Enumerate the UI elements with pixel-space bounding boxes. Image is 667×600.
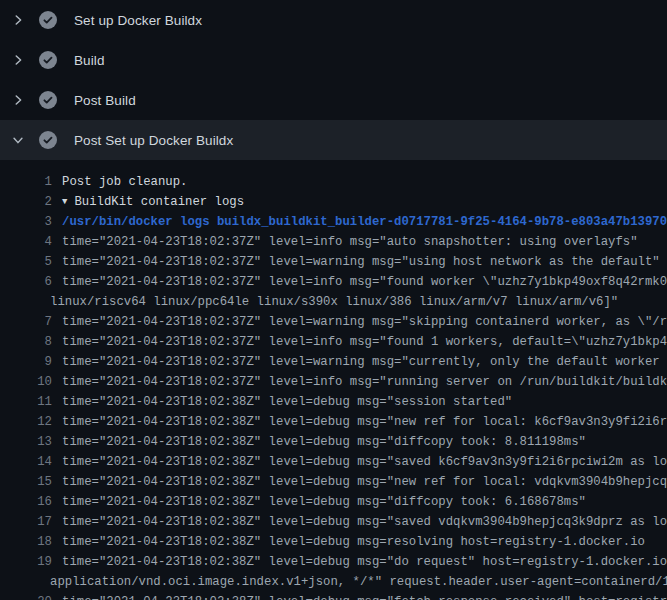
log-line: 4time="2021-04-23T18:02:37Z" level=info … [0, 232, 667, 252]
log-text: ▼BuildKit container logs [62, 195, 244, 209]
log-text: time="2021-04-23T18:02:38Z" level=debug … [62, 395, 512, 409]
log-line: 15time="2021-04-23T18:02:38Z" level=debu… [0, 472, 667, 492]
chevron-right-icon[interactable] [10, 12, 26, 28]
log-line: 1Post job cleanup. [0, 172, 667, 192]
log-text: time="2021-04-23T18:02:38Z" level=debug … [62, 415, 667, 429]
log-line: 16time="2021-04-23T18:02:38Z" level=debu… [0, 492, 667, 512]
log-text-content: time="2021-04-23T18:02:37Z" level=info m… [62, 335, 667, 349]
log-line: 2▼BuildKit container logs [0, 192, 667, 212]
log-line: 19time="2021-04-23T18:02:38Z" level=debu… [0, 552, 667, 572]
chevron-down-icon[interactable] [10, 132, 26, 148]
log-text: time="2021-04-23T18:02:37Z" level=warnin… [62, 355, 667, 369]
log-text: application/vnd.oci.image.index.v1+json,… [50, 575, 667, 589]
line-number[interactable]: 11 [0, 392, 52, 412]
line-number[interactable]: 4 [0, 232, 52, 252]
check-circle-icon [39, 91, 57, 109]
log-text-content: time="2021-04-23T18:02:37Z" level=warnin… [62, 355, 667, 369]
step-label: Post Build [74, 93, 136, 108]
log-text: time="2021-04-23T18:02:38Z" level=debug … [62, 495, 586, 509]
log-text-content: time="2021-04-23T18:02:38Z" level=debug … [62, 415, 667, 429]
chevron-right-icon[interactable] [10, 92, 26, 108]
line-number[interactable]: 16 [0, 492, 52, 512]
log-line: 8time="2021-04-23T18:02:37Z" level=info … [0, 332, 667, 352]
log-text-content: linux/riscv64 linux/ppc64le linux/s390x … [50, 295, 618, 309]
line-number[interactable]: 18 [0, 532, 52, 552]
log-line-continuation: linux/riscv64 linux/ppc64le linux/s390x … [0, 292, 667, 312]
log-line: 20time="2021-04-23T18:02:38Z" level=debu… [0, 592, 667, 600]
log-line: 6time="2021-04-23T18:02:37Z" level=info … [0, 272, 667, 292]
step-label: Post Set up Docker Buildx [74, 133, 233, 148]
step-label: Build [74, 53, 105, 68]
line-number[interactable]: 5 [0, 252, 52, 272]
check-circle-icon [39, 131, 57, 149]
log-view: 1Post job cleanup.2▼BuildKit container l… [0, 160, 667, 600]
log-group-collapse-icon[interactable]: ▼ [62, 192, 67, 212]
log-line: 7time="2021-04-23T18:02:37Z" level=warni… [0, 312, 667, 332]
line-number[interactable]: 7 [0, 312, 52, 332]
log-text-content: BuildKit container logs [74, 195, 244, 209]
step-row[interactable]: Post Build [0, 80, 667, 120]
log-text-content: time="2021-04-23T18:02:38Z" level=debug … [62, 495, 586, 509]
log-text-content: Post job cleanup. [62, 175, 187, 189]
log-text: time="2021-04-23T18:02:38Z" level=debug … [62, 455, 667, 469]
line-number[interactable]: 14 [0, 452, 52, 472]
log-text: time="2021-04-23T18:02:37Z" level=info m… [62, 275, 667, 289]
log-text-content: time="2021-04-23T18:02:37Z" level=warnin… [62, 255, 660, 269]
line-number[interactable]: 13 [0, 432, 52, 452]
step-label: Set up Docker Buildx [74, 13, 202, 28]
log-text-content: time="2021-04-23T18:02:38Z" level=debug … [62, 455, 667, 469]
log-text-content: time="2021-04-23T18:02:38Z" level=debug … [62, 475, 667, 489]
log-text: time="2021-04-23T18:02:38Z" level=debug … [62, 475, 667, 489]
actions-log-viewer: Set up Docker BuildxBuildPost BuildPost … [0, 0, 667, 600]
log-text: time="2021-04-23T18:02:38Z" level=debug … [62, 435, 586, 449]
log-text: linux/riscv64 linux/ppc64le linux/s390x … [50, 295, 618, 309]
line-number[interactable]: 9 [0, 352, 52, 372]
check-circle-icon [39, 11, 57, 29]
log-text-content: time="2021-04-23T18:02:37Z" level=info m… [62, 235, 638, 249]
log-text-content: time="2021-04-23T18:02:37Z" level=info m… [62, 275, 667, 289]
log-text: time="2021-04-23T18:02:37Z" level=info m… [62, 335, 667, 349]
line-number[interactable]: 20 [0, 592, 52, 600]
log-text-content: application/vnd.oci.image.index.v1+json,… [50, 575, 667, 589]
line-number[interactable]: 17 [0, 512, 52, 532]
check-circle-icon [39, 51, 57, 69]
log-line: 18time="2021-04-23T18:02:38Z" level=debu… [0, 532, 667, 552]
log-line: 13time="2021-04-23T18:02:38Z" level=debu… [0, 432, 667, 452]
log-text: Post job cleanup. [62, 175, 187, 189]
log-line: 9time="2021-04-23T18:02:37Z" level=warni… [0, 352, 667, 372]
line-number[interactable]: 10 [0, 372, 52, 392]
log-text-content: time="2021-04-23T18:02:38Z" level=debug … [62, 595, 667, 600]
log-text-content: time="2021-04-23T18:02:38Z" level=debug … [62, 435, 586, 449]
log-line: 3/usr/bin/docker logs buildx_buildkit_bu… [0, 212, 667, 232]
log-line: 17time="2021-04-23T18:02:38Z" level=debu… [0, 512, 667, 532]
log-text: /usr/bin/docker logs buildx_buildkit_bui… [62, 215, 667, 229]
line-number[interactable]: 2 [0, 192, 52, 212]
log-line: 12time="2021-04-23T18:02:38Z" level=debu… [0, 412, 667, 432]
log-text-content: time="2021-04-23T18:02:38Z" level=debug … [62, 515, 667, 529]
line-number[interactable]: 8 [0, 332, 52, 352]
log-text: time="2021-04-23T18:02:37Z" level=warnin… [62, 255, 660, 269]
line-number[interactable]: 6 [0, 272, 52, 292]
log-text-content: time="2021-04-23T18:02:38Z" level=debug … [62, 535, 645, 549]
log-text-content: time="2021-04-23T18:02:37Z" level=warnin… [62, 315, 667, 329]
log-line: 11time="2021-04-23T18:02:38Z" level=debu… [0, 392, 667, 412]
line-number[interactable]: 1 [0, 172, 52, 192]
step-list: Set up Docker BuildxBuildPost BuildPost … [0, 0, 667, 160]
log-text-content: time="2021-04-23T18:02:38Z" level=debug … [62, 555, 667, 569]
step-row[interactable]: Post Set up Docker Buildx [0, 120, 667, 160]
chevron-right-icon[interactable] [10, 52, 26, 68]
log-text: time="2021-04-23T18:02:38Z" level=debug … [62, 535, 645, 549]
step-row[interactable]: Build [0, 40, 667, 80]
line-number[interactable]: 12 [0, 412, 52, 432]
line-number[interactable]: 15 [0, 472, 52, 492]
line-number[interactable]: 19 [0, 552, 52, 572]
log-text: time="2021-04-23T18:02:38Z" level=debug … [62, 595, 667, 600]
log-line: 14time="2021-04-23T18:02:38Z" level=debu… [0, 452, 667, 472]
log-line: 10time="2021-04-23T18:02:37Z" level=info… [0, 372, 667, 392]
log-line-continuation: application/vnd.oci.image.index.v1+json,… [0, 572, 667, 592]
log-line: 5time="2021-04-23T18:02:37Z" level=warni… [0, 252, 667, 272]
log-text-content: /usr/bin/docker logs buildx_buildkit_bui… [62, 215, 667, 229]
step-row[interactable]: Set up Docker Buildx [0, 0, 667, 40]
log-text: time="2021-04-23T18:02:37Z" level=info m… [62, 375, 667, 389]
line-number[interactable]: 3 [0, 212, 52, 232]
